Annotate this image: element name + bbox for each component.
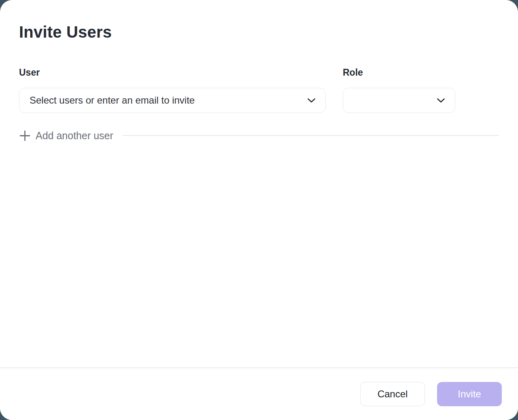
plus-icon bbox=[19, 130, 31, 142]
horizontal-divider bbox=[123, 135, 499, 136]
invite-button[interactable]: Invite bbox=[437, 382, 502, 406]
cancel-button[interactable]: Cancel bbox=[360, 382, 425, 406]
chevron-down-icon bbox=[307, 98, 316, 103]
role-select[interactable] bbox=[343, 88, 455, 113]
chevron-down-icon bbox=[437, 98, 445, 103]
add-another-user-row: Add another user bbox=[19, 128, 499, 143]
user-field-label: User bbox=[19, 67, 326, 78]
role-field: Role bbox=[343, 67, 455, 113]
add-another-user-label: Add another user bbox=[36, 130, 113, 142]
modal-title: Invite Users bbox=[19, 22, 499, 42]
user-select[interactable]: Select users or enter an email to invite bbox=[19, 88, 326, 113]
role-field-label: Role bbox=[343, 67, 455, 78]
user-select-placeholder: Select users or enter an email to invite bbox=[30, 95, 195, 106]
user-field: User Select users or enter an email to i… bbox=[19, 67, 326, 113]
add-another-user-button[interactable]: Add another user bbox=[19, 130, 113, 142]
modal-body: Invite Users User Select users or enter … bbox=[0, 22, 518, 143]
invite-fields-row: User Select users or enter an email to i… bbox=[19, 67, 499, 113]
modal-footer: Cancel Invite bbox=[0, 367, 518, 420]
invite-users-modal: Invite Users User Select users or enter … bbox=[0, 0, 518, 420]
